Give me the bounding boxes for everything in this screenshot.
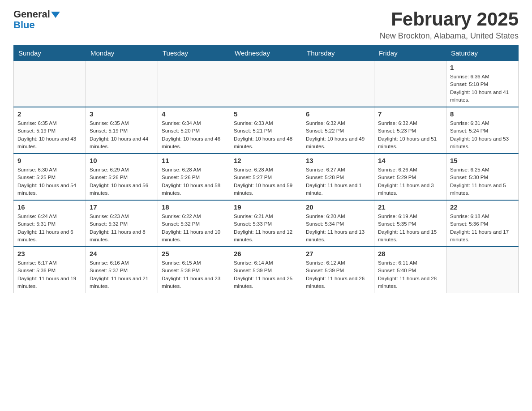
calendar-cell: 8Sunrise: 6:31 AMSunset: 5:24 PMDaylight…: [446, 107, 519, 154]
day-number: 5: [234, 110, 298, 118]
calendar-cell: 4Sunrise: 6:34 AMSunset: 5:20 PMDaylight…: [158, 107, 230, 154]
calendar-cell: 5Sunrise: 6:33 AMSunset: 5:21 PMDaylight…: [230, 107, 302, 154]
calendar-cell: 28Sunrise: 6:11 AMSunset: 5:40 PMDayligh…: [374, 247, 446, 293]
day-info: Sunrise: 6:18 AMSunset: 5:36 PMDaylight:…: [450, 213, 515, 244]
calendar-cell: 19Sunrise: 6:21 AMSunset: 5:33 PMDayligh…: [230, 200, 302, 247]
calendar-cell: 2Sunrise: 6:35 AMSunset: 5:19 PMDaylight…: [14, 107, 86, 154]
day-number: 2: [17, 110, 82, 118]
day-number: 9: [17, 157, 82, 164]
calendar-cell: [446, 247, 519, 293]
day-number: 15: [450, 157, 515, 164]
calendar-cell: 20Sunrise: 6:20 AMSunset: 5:34 PMDayligh…: [302, 200, 374, 247]
day-info: Sunrise: 6:28 AMSunset: 5:27 PMDaylight:…: [234, 166, 298, 197]
day-number: 4: [162, 110, 226, 118]
calendar-cell: 24Sunrise: 6:16 AMSunset: 5:37 PMDayligh…: [86, 247, 158, 293]
page-header: General Blue February 2025 New Brockton,…: [13, 9, 519, 41]
day-info: Sunrise: 6:12 AMSunset: 5:39 PMDaylight:…: [306, 259, 370, 290]
calendar-header-row: SundayMondayTuesdayWednesdayThursdayFrid…: [14, 46, 519, 61]
calendar-header-wednesday: Wednesday: [230, 46, 302, 61]
calendar-header-sunday: Sunday: [14, 46, 86, 61]
calendar-cell: 1Sunrise: 6:36 AMSunset: 5:18 PMDaylight…: [446, 61, 519, 107]
calendar-cell: 23Sunrise: 6:17 AMSunset: 5:36 PMDayligh…: [14, 247, 86, 293]
logo-triangle-icon: [51, 12, 60, 18]
day-number: 20: [306, 203, 370, 211]
day-info: Sunrise: 6:35 AMSunset: 5:19 PMDaylight:…: [17, 120, 82, 150]
calendar-header-thursday: Thursday: [302, 46, 374, 61]
day-number: 25: [162, 250, 226, 257]
calendar-week-1: 1Sunrise: 6:36 AMSunset: 5:18 PMDaylight…: [14, 61, 519, 107]
day-info: Sunrise: 6:34 AMSunset: 5:20 PMDaylight:…: [162, 120, 226, 150]
logo: General Blue: [13, 9, 60, 30]
day-info: Sunrise: 6:23 AMSunset: 5:32 PMDaylight:…: [90, 213, 154, 244]
day-info: Sunrise: 6:19 AMSunset: 5:35 PMDaylight:…: [378, 213, 442, 244]
day-number: 10: [90, 157, 154, 164]
day-info: Sunrise: 6:29 AMSunset: 5:26 PMDaylight:…: [90, 166, 154, 197]
day-number: 21: [378, 203, 442, 211]
calendar-header-saturday: Saturday: [446, 46, 519, 61]
day-number: 24: [90, 250, 154, 257]
month-title: February 2025: [380, 9, 519, 30]
logo-blue: Blue: [13, 20, 35, 30]
calendar-cell: 27Sunrise: 6:12 AMSunset: 5:39 PMDayligh…: [302, 247, 374, 293]
day-info: Sunrise: 6:17 AMSunset: 5:36 PMDaylight:…: [17, 259, 82, 290]
day-info: Sunrise: 6:21 AMSunset: 5:33 PMDaylight:…: [234, 213, 298, 244]
day-number: 13: [306, 157, 370, 164]
calendar-cell: [86, 61, 158, 107]
calendar-cell: [374, 61, 446, 107]
location-title: New Brockton, Alabama, United States: [380, 31, 519, 41]
day-info: Sunrise: 6:32 AMSunset: 5:23 PMDaylight:…: [378, 120, 442, 150]
day-number: 17: [90, 203, 154, 211]
calendar-cell: [230, 61, 302, 107]
calendar-table: SundayMondayTuesdayWednesdayThursdayFrid…: [13, 45, 519, 293]
day-info: Sunrise: 6:16 AMSunset: 5:37 PMDaylight:…: [90, 259, 154, 290]
day-number: 12: [234, 157, 298, 164]
calendar-header-tuesday: Tuesday: [158, 46, 230, 61]
calendar-cell: 15Sunrise: 6:25 AMSunset: 5:30 PMDayligh…: [446, 154, 519, 200]
calendar-header-monday: Monday: [86, 46, 158, 61]
day-number: 8: [450, 110, 515, 118]
day-number: 23: [17, 250, 82, 257]
day-number: 19: [234, 203, 298, 211]
calendar-week-2: 2Sunrise: 6:35 AMSunset: 5:19 PMDaylight…: [14, 107, 519, 154]
day-info: Sunrise: 6:15 AMSunset: 5:38 PMDaylight:…: [162, 259, 226, 290]
day-number: 16: [17, 203, 82, 211]
calendar-week-4: 16Sunrise: 6:24 AMSunset: 5:31 PMDayligh…: [14, 200, 519, 247]
logo-general: General: [13, 9, 50, 20]
day-number: 7: [378, 110, 442, 118]
calendar-cell: 13Sunrise: 6:27 AMSunset: 5:28 PMDayligh…: [302, 154, 374, 200]
day-number: 3: [90, 110, 154, 118]
day-info: Sunrise: 6:27 AMSunset: 5:28 PMDaylight:…: [306, 166, 370, 197]
day-number: 18: [162, 203, 226, 211]
day-info: Sunrise: 6:33 AMSunset: 5:21 PMDaylight:…: [234, 120, 298, 150]
calendar-cell: 12Sunrise: 6:28 AMSunset: 5:27 PMDayligh…: [230, 154, 302, 200]
day-number: 11: [162, 157, 226, 164]
calendar-header-friday: Friday: [374, 46, 446, 61]
day-number: 6: [306, 110, 370, 118]
day-info: Sunrise: 6:14 AMSunset: 5:39 PMDaylight:…: [234, 259, 298, 290]
day-info: Sunrise: 6:31 AMSunset: 5:24 PMDaylight:…: [450, 120, 515, 150]
day-info: Sunrise: 6:28 AMSunset: 5:26 PMDaylight:…: [162, 166, 226, 197]
calendar-cell: 18Sunrise: 6:22 AMSunset: 5:32 PMDayligh…: [158, 200, 230, 247]
day-info: Sunrise: 6:35 AMSunset: 5:19 PMDaylight:…: [90, 120, 154, 150]
calendar-cell: 9Sunrise: 6:30 AMSunset: 5:25 PMDaylight…: [14, 154, 86, 200]
day-number: 14: [378, 157, 442, 164]
calendar-cell: [14, 61, 86, 107]
calendar-cell: [302, 61, 374, 107]
calendar-week-5: 23Sunrise: 6:17 AMSunset: 5:36 PMDayligh…: [14, 247, 519, 293]
day-info: Sunrise: 6:26 AMSunset: 5:29 PMDaylight:…: [378, 166, 442, 197]
title-section: February 2025 New Brockton, Alabama, Uni…: [380, 9, 519, 41]
calendar-cell: 6Sunrise: 6:32 AMSunset: 5:22 PMDaylight…: [302, 107, 374, 154]
calendar-cell: 14Sunrise: 6:26 AMSunset: 5:29 PMDayligh…: [374, 154, 446, 200]
logo-text: General: [13, 9, 60, 20]
calendar-cell: 10Sunrise: 6:29 AMSunset: 5:26 PMDayligh…: [86, 154, 158, 200]
calendar-cell: 3Sunrise: 6:35 AMSunset: 5:19 PMDaylight…: [86, 107, 158, 154]
day-number: 22: [450, 203, 515, 211]
calendar-cell: 25Sunrise: 6:15 AMSunset: 5:38 PMDayligh…: [158, 247, 230, 293]
calendar-cell: 21Sunrise: 6:19 AMSunset: 5:35 PMDayligh…: [374, 200, 446, 247]
day-info: Sunrise: 6:22 AMSunset: 5:32 PMDaylight:…: [162, 213, 226, 244]
day-number: 27: [306, 250, 370, 257]
calendar-cell: 26Sunrise: 6:14 AMSunset: 5:39 PMDayligh…: [230, 247, 302, 293]
day-info: Sunrise: 6:24 AMSunset: 5:31 PMDaylight:…: [17, 213, 82, 244]
calendar-cell: 16Sunrise: 6:24 AMSunset: 5:31 PMDayligh…: [14, 200, 86, 247]
day-info: Sunrise: 6:32 AMSunset: 5:22 PMDaylight:…: [306, 120, 370, 150]
